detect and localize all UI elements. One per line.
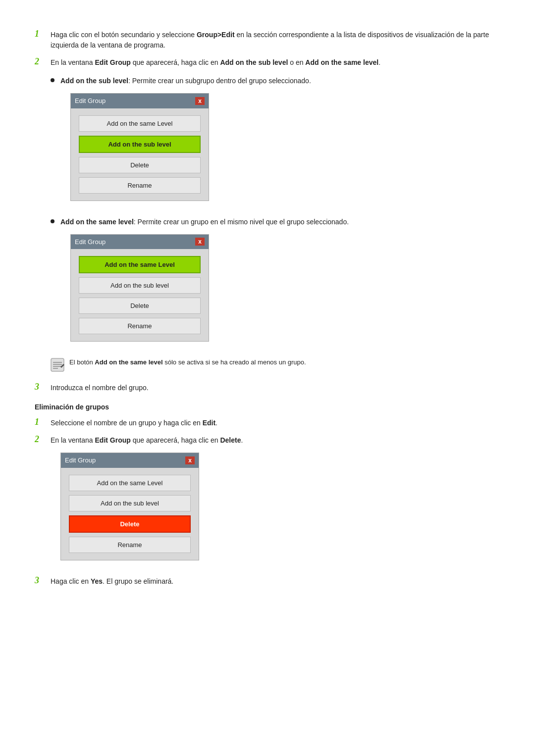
step-number-1: 1 [35,29,51,39]
dialog-1-wrapper: Edit Group x Add on the same Level Add o… [70,93,311,201]
dialog-titlebar-1: Edit Group x [71,94,209,108]
dialog-btn-sub-level-2[interactable]: Add on the sub level [79,277,201,294]
bullet-dot-1 [51,78,54,82]
dialog-btn-rename-1[interactable]: Rename [79,177,201,194]
dialog-btn-delete-1[interactable]: Delete [79,157,201,173]
bullet-text-sublevel: Add on the sub level: Permite crear un s… [60,76,311,210]
dialog-body-1: Add on the same Level Add on the sub lev… [71,108,209,201]
step-text-1b: Seleccione el nombre de un grupo y haga … [51,418,500,428]
svg-rect-0 [51,358,64,371]
dialog-close-1[interactable]: x [195,97,205,105]
edit-group-dialog-1: Edit Group x Add on the same Level Add o… [70,93,209,201]
dialog-btn-same-level-3[interactable]: Add on the same Level [69,475,191,491]
bullet-bold-samelevel: Add on the same level [60,218,134,226]
section-heading-eliminacion: Eliminación de grupos [35,403,500,411]
dialog-3-wrapper: Edit Group x Add on the same Level Add o… [60,453,500,560]
step-2-section2: 2 En la ventana Edit Group que aparecerá… [35,435,500,569]
dialog-body-3: Add on the same Level Add on the sub lev… [61,468,199,560]
dialog-close-2[interactable]: x [195,238,205,246]
dialog-btn-rename-3[interactable]: Rename [69,537,191,553]
dialog-title-3: Edit Group [65,455,96,465]
dialog-btn-delete-3[interactable]: Delete [69,515,191,533]
step2b-bold-delete: Delete [220,436,241,444]
note-icon [51,358,64,372]
dialog-2-wrapper: Edit Group x Add on the same Level Add o… [70,234,349,342]
step1b-bold-edit: Edit [203,419,215,427]
step-text-3b: Haga clic en Yes. El grupo se eliminará. [51,576,500,587]
step2-bold-subsub: Add on the sub level [220,58,288,66]
bullet-item-samelevel: Add on the same level: Permite crear un … [51,217,500,351]
step-1: 1 Haga clic con el botón secundario y se… [35,30,500,50]
bullet-text-samelevel-desc: : Permite crear un grupo en el mismo niv… [134,218,349,226]
bullet-text-sublevel-desc: : Permite crear un subgrupo dentro del g… [128,77,311,85]
bullet-dot-2 [51,219,54,223]
dialog-body-2: Add on the same Level Add on the sub lev… [71,249,209,341]
step2-bold-same: Add on the same level [305,58,378,66]
step1-bold-groupedit: Group>Edit [197,31,235,39]
step-text-2: En la ventana Edit Group que aparecerá, … [51,57,500,376]
step-number-3b: 3 [35,575,51,586]
dialog-title-1: Edit Group [75,96,106,106]
dialog-btn-rename-2[interactable]: Rename [79,318,201,334]
dialog-btn-sub-level-1[interactable]: Add on the sub level [79,136,201,153]
dialog-title-2: Edit Group [75,237,106,247]
note-bold: Add on the same level [95,358,162,366]
dialog-titlebar-3: Edit Group x [61,453,199,468]
step2b-bold-editgroup: Edit Group [95,436,131,444]
dialog-close-3[interactable]: x [185,456,195,464]
dialog-btn-same-level-2[interactable]: Add on the same Level [79,256,201,273]
step-text-2b: En la ventana Edit Group que aparecerá, … [51,435,500,569]
step-1-section2: 1 Seleccione el nombre de un grupo y hag… [35,418,500,428]
step-3-section2: 3 Haga clic en Yes. El grupo se eliminar… [35,576,500,587]
edit-group-dialog-3: Edit Group x Add on the same Level Add o… [60,453,199,560]
step-text-1: Haga clic con el botón secundario y sele… [51,30,500,50]
note-box: El botón Add on the same level sólo se a… [51,357,500,372]
step-text-3a: Introduzca el nombre del grupo. [51,383,500,393]
step-number-2b: 2 [35,434,51,445]
note-text: El botón Add on the same level sólo se a… [69,357,500,367]
bullet-text-samelevel: Add on the same level: Permite crear un … [60,217,349,351]
dialog-btn-same-level-1[interactable]: Add on the same Level [79,115,201,132]
step-number-1b: 1 [35,417,51,427]
dialog-btn-delete-2[interactable]: Delete [79,298,201,314]
step-2: 2 En la ventana Edit Group que aparecerá… [35,57,500,376]
bullet-bold-sublevel: Add on the sub level [60,77,128,85]
step2-bold-editgroup: Edit Group [95,58,131,66]
edit-group-dialog-2: Edit Group x Add on the same Level Add o… [70,234,209,342]
step-3-section1: 3 Introduzca el nombre del grupo. [35,383,500,393]
dialog-btn-sub-level-3[interactable]: Add on the sub level [69,495,191,511]
dialog-titlebar-2: Edit Group x [71,235,209,250]
bullet-list-1: Add on the sub level: Permite crear un s… [51,76,500,351]
step-number-2: 2 [35,56,51,67]
step3b-bold-yes: Yes [91,577,103,585]
step-number-3a: 3 [35,382,51,392]
bullet-item-sublevel: Add on the sub level: Permite crear un s… [51,76,500,210]
